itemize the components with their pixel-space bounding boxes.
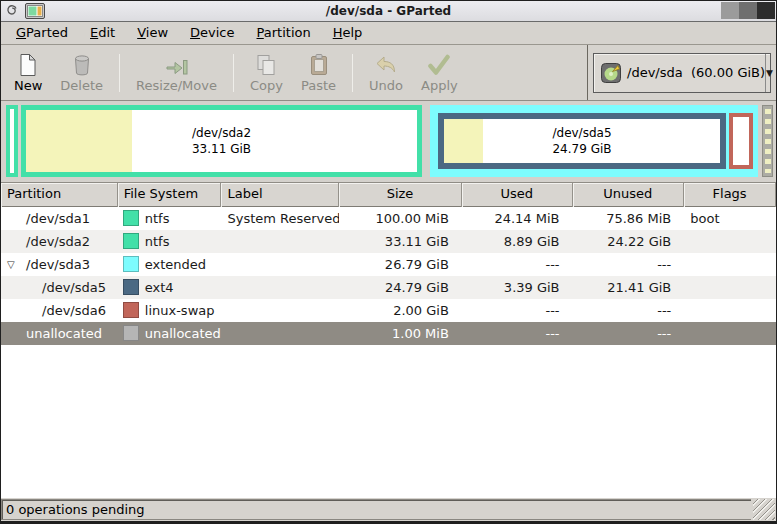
toolbar: NewDeleteResize/MoveCopyPasteUndoApply /…	[1, 45, 776, 101]
unused-cell: 75.86 MiB	[573, 207, 685, 230]
table-row-dev-sda1[interactable]: /dev/sda1ntfsSystem Reserved100.00 MiB24…	[1, 207, 776, 230]
maximize-button[interactable]	[739, 2, 757, 19]
column-header-flags[interactable]: Flags	[684, 183, 776, 207]
undo-button[interactable]: Undo	[360, 50, 412, 96]
label-cell	[221, 253, 339, 276]
visual-partition-dev-sda2[interactable]: /dev/sda233.11 GiB	[21, 105, 422, 177]
table-row-dev-sda2[interactable]: /dev/sda2ntfs33.11 GiB8.89 GiB24.22 GiB	[1, 230, 776, 253]
partition-name: /dev/sda5	[1, 276, 118, 299]
visual-unallocated[interactable]	[762, 105, 773, 177]
visual-partition-dev-sda5[interactable]: /dev/sda524.79 GiB	[438, 113, 726, 169]
partition-visual-bar: /dev/sda233.11 GiB/dev/sda524.79 GiB	[1, 101, 776, 183]
unallocated-hatch	[765, 109, 771, 173]
chevron-down-icon: ▼	[766, 68, 773, 78]
table-header: PartitionFile SystemLabelSizeUsedUnusedF…	[1, 183, 776, 207]
visual-partition-extended[interactable]: /dev/sda524.79 GiB	[430, 105, 758, 177]
unused-cell: 24.22 GiB	[573, 230, 685, 253]
window-title: /dev/sda - GParted	[1, 4, 776, 18]
fs-color-swatch	[123, 325, 139, 341]
size-cell: 2.00 GiB	[339, 299, 462, 322]
partition-name: unallocated	[1, 322, 118, 345]
new-partition-icon	[16, 53, 40, 77]
filesystem-cell: ext4	[118, 276, 222, 299]
status-bar: 0 operations pending	[1, 497, 776, 521]
used-cell: 24.14 MiB	[462, 207, 573, 230]
used-cell: ---	[462, 253, 573, 276]
menu-item-partition[interactable]: Partition	[246, 23, 322, 43]
tool-button-label: Copy	[250, 78, 283, 93]
paste-button[interactable]: Paste	[292, 50, 345, 96]
menu-item-device[interactable]: Device	[179, 23, 245, 43]
extended-inner: /dev/sda524.79 GiB	[430, 105, 758, 177]
column-header-label[interactable]: Label	[221, 183, 339, 207]
close-button[interactable]	[757, 2, 775, 19]
resize-move-button[interactable]: Resize/Move	[127, 50, 226, 96]
column-header-partition[interactable]: Partition	[1, 183, 118, 207]
gparted-window: /dev/sda - GParted GPartedEditViewDevice…	[0, 0, 777, 524]
device-selector[interactable]: /dev/sda (60.00 GiB) ▼	[593, 53, 771, 93]
flags-cell	[684, 276, 776, 299]
device-selector-dropdown[interactable]: ▼	[765, 54, 773, 92]
table-row-dev-sda3[interactable]: ▽/dev/sda3extended26.79 GiB------	[1, 253, 776, 276]
size-cell: 24.79 GiB	[339, 276, 462, 299]
filesystem-cell: extended	[118, 253, 222, 276]
fs-color-swatch	[123, 210, 139, 226]
label-cell	[221, 322, 339, 345]
label-cell	[221, 276, 339, 299]
visual-partition-ntfs[interactable]	[6, 105, 18, 177]
tool-button-label: New	[14, 78, 42, 93]
flags-cell	[684, 253, 776, 276]
status-text: 0 operations pending	[1, 499, 751, 520]
size-cell: 26.79 GiB	[339, 253, 462, 276]
flags-cell	[684, 230, 776, 253]
copy-button[interactable]: Copy	[241, 50, 292, 96]
used-cell: ---	[462, 299, 573, 322]
flags-cell	[684, 322, 776, 345]
unused-cell: ---	[573, 299, 685, 322]
column-header-file-system[interactable]: File System	[118, 183, 222, 207]
column-header-unused[interactable]: Unused	[573, 183, 685, 207]
expander-icon[interactable]: ▽	[7, 253, 15, 276]
table-row-unallocated[interactable]: unallocatedunallocated1.00 MiB------	[1, 322, 776, 345]
fs-color-swatch	[123, 233, 139, 249]
column-header-size[interactable]: Size	[339, 183, 462, 207]
label-cell: System Reserved	[221, 207, 339, 230]
title-bar: /dev/sda - GParted	[1, 1, 776, 22]
resize-grip[interactable]	[753, 499, 775, 520]
column-header-used[interactable]: Used	[462, 183, 573, 207]
apply-button[interactable]: Apply	[412, 50, 467, 96]
tool-button-label: Paste	[301, 78, 336, 93]
delete-button[interactable]: Delete	[51, 50, 112, 96]
unused-cell: ---	[573, 253, 685, 276]
minimize-button[interactable]	[721, 2, 739, 19]
fs-color-swatch	[123, 302, 139, 318]
partition-label: /dev/sda233.11 GiB	[26, 110, 417, 172]
toolbar-buttons: NewDeleteResize/MoveCopyPasteUndoApply	[1, 45, 587, 100]
menu-bar: GPartedEditViewDevicePartitionHelp	[1, 22, 776, 45]
partition-name: /dev/sda1	[1, 207, 118, 230]
filesystem-cell: linux-swap	[118, 299, 222, 322]
unused-cell: 21.41 GiB	[573, 276, 685, 299]
partition-label: /dev/sda524.79 GiB	[444, 119, 720, 163]
device-selector-area: /dev/sda (60.00 GiB) ▼	[587, 45, 776, 100]
toolbar-separator	[119, 54, 120, 92]
visual-partition-linux-swap[interactable]	[729, 113, 753, 169]
new-button[interactable]: New	[5, 50, 51, 96]
menu-item-view[interactable]: View	[126, 23, 179, 43]
used-cell: 8.89 GiB	[462, 230, 573, 253]
table-row-dev-sda5[interactable]: /dev/sda5ext424.79 GiB3.39 GiB21.41 GiB	[1, 276, 776, 299]
filesystem-cell: ntfs	[118, 207, 222, 230]
menu-item-edit[interactable]: Edit	[79, 23, 126, 43]
menu-item-help[interactable]: Help	[322, 23, 374, 43]
menu-item-gparted[interactable]: GParted	[5, 23, 79, 43]
unused-cell: ---	[573, 322, 685, 345]
filesystem-cell: ntfs	[118, 230, 222, 253]
size-cell: 1.00 MiB	[339, 322, 462, 345]
flags-cell	[684, 299, 776, 322]
table-empty-area	[1, 345, 776, 497]
size-cell: 100.00 MiB	[339, 207, 462, 230]
tool-button-label: Resize/Move	[136, 78, 217, 93]
table-row-dev-sda6[interactable]: /dev/sda6linux-swap2.00 GiB------	[1, 299, 776, 322]
toolbar-separator	[233, 54, 234, 92]
window-controls	[721, 2, 775, 19]
